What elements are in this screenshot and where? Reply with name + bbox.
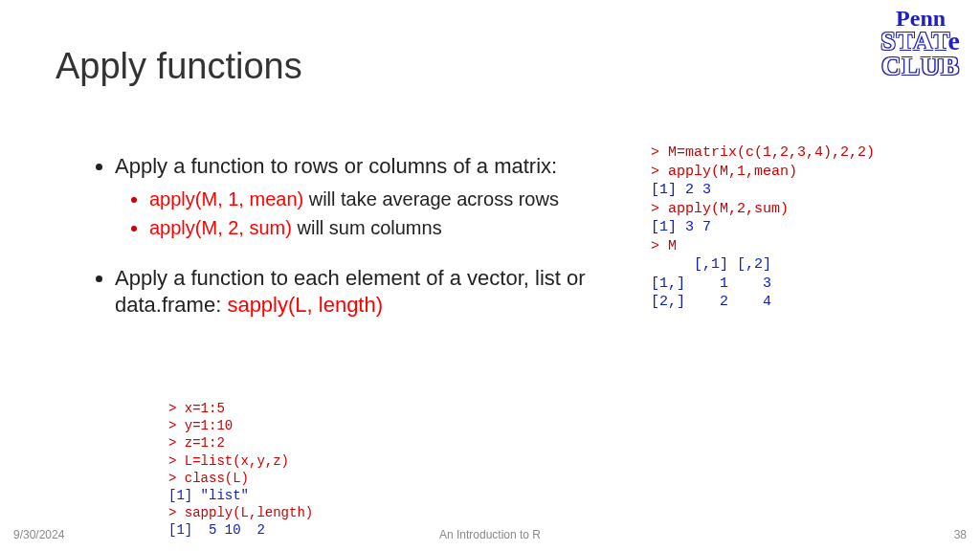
logo-line2: STATe bbox=[880, 29, 961, 54]
footer-page-number: 38 bbox=[954, 528, 967, 541]
footer-title: An Introduction to R bbox=[439, 528, 541, 541]
bullet-1a: apply(M, 1, mean) will take average acro… bbox=[149, 187, 609, 211]
footer-date: 9/30/2024 bbox=[13, 528, 64, 541]
bullet-2: Apply a function to each element of a ve… bbox=[115, 265, 609, 320]
logo-line3: CLUB bbox=[880, 54, 961, 78]
slide-body: Apply a function to rows or columns of a… bbox=[92, 153, 609, 344]
bullet-1: Apply a function to rows or columns of a… bbox=[115, 153, 609, 240]
bullet-1b: apply(M, 2, sum) will sum columns bbox=[149, 215, 609, 240]
code-example-apply: > M=matrix(c(1,2,3,4),2,2) > apply(M,1,m… bbox=[651, 143, 875, 312]
penn-state-stat-club-logo: Penn STATe CLUB bbox=[880, 8, 961, 78]
slide-title: Apply functions bbox=[56, 46, 302, 87]
code-example-sapply: > x=1:5 > y=1:10 > z=1:2 > L=list(x,y,z)… bbox=[168, 400, 313, 540]
